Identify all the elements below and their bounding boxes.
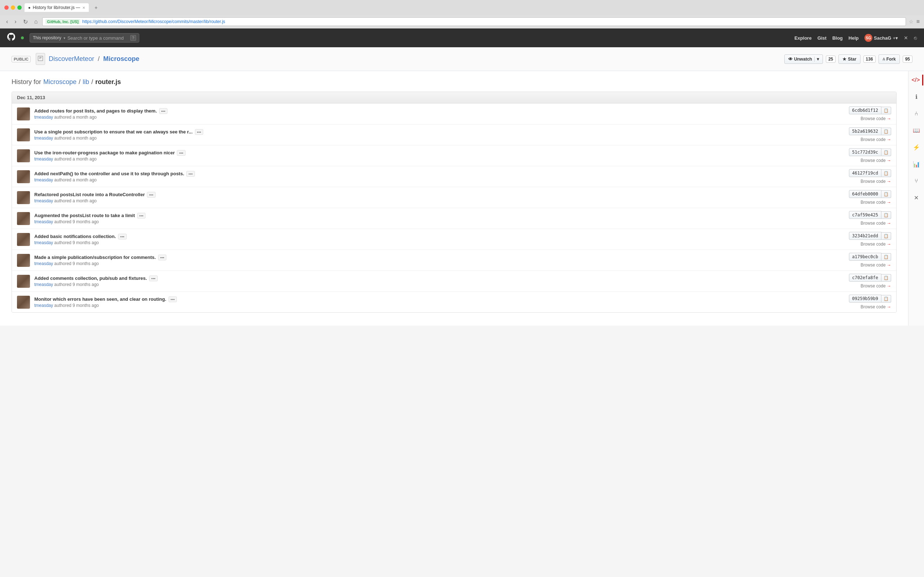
commit-message-text[interactable]: Made a simple publication/subscription f… (34, 255, 156, 260)
nav-blog[interactable]: Blog (832, 35, 843, 41)
commit-author[interactable]: tmeasday (34, 177, 53, 182)
address-bar[interactable]: GitHub, Inc. [US] https://github.com/Dis… (42, 17, 906, 26)
commit-sha-link[interactable]: 51c772d39c (849, 148, 881, 156)
commit-sha-link[interactable]: c702efa8fe (849, 274, 881, 282)
commit-message-text[interactable]: Added comments collection, pub/sub and f… (34, 276, 147, 281)
star-button[interactable]: ★ Star (838, 55, 860, 64)
reload-button[interactable]: ↻ (21, 18, 30, 26)
nav-gist[interactable]: Gist (817, 35, 827, 41)
search-container[interactable]: This repository ▾ ? (30, 33, 139, 43)
sidebar-code-icon[interactable]: </> (909, 75, 923, 85)
forward-button[interactable]: › (13, 18, 18, 26)
sidebar-branch-icon[interactable]: ⑂ (913, 176, 921, 187)
commit-message-ellipsis[interactable]: ••• (177, 150, 186, 156)
commit-author[interactable]: tmeasday (34, 303, 53, 308)
commit-author[interactable]: tmeasday (34, 282, 53, 287)
signout-icon[interactable]: ⎋ (914, 35, 917, 41)
copy-sha-button[interactable]: 📋 (881, 253, 891, 261)
browser-menu-button[interactable]: ≡ (916, 18, 920, 25)
dropdown-arrow-icon[interactable]: ▾ (814, 56, 819, 62)
sidebar-graph-icon[interactable]: 📊 (911, 159, 922, 170)
commit-author[interactable]: tmeasday (34, 261, 53, 266)
copy-sha-button[interactable]: 📋 (881, 232, 891, 240)
commit-message-ellipsis[interactable]: ••• (149, 276, 158, 281)
commit-sha-link[interactable]: 64dfeb0000 (849, 190, 881, 198)
unwatch-button[interactable]: 👁 Unwatch ▾ (784, 55, 823, 64)
browse-code-link[interactable]: Browse code → (861, 179, 891, 184)
commit-author[interactable]: tmeasday (34, 198, 53, 203)
nav-help[interactable]: Help (848, 35, 859, 41)
bookmark-button[interactable]: ☆ (909, 19, 914, 24)
sidebar-book-icon[interactable]: 📖 (911, 125, 922, 136)
nav-explore[interactable]: Explore (795, 35, 812, 41)
copy-sha-button[interactable]: 📋 (881, 274, 891, 282)
commit-author[interactable]: tmeasday (34, 156, 53, 161)
browse-code-link[interactable]: Browse code → (861, 200, 891, 205)
browser-tab[interactable]: ● History for lib/router.js — ✕ (24, 3, 89, 12)
commit-sha-link[interactable]: 5b2a619632 (849, 127, 881, 135)
settings-icon[interactable]: ✕ (904, 35, 908, 41)
commit-sha-link[interactable]: a179bec0cb (849, 253, 881, 261)
search-scope-dropdown-icon[interactable]: ▾ (63, 36, 65, 40)
copy-sha-button[interactable]: 📋 (881, 107, 891, 114)
commit-author[interactable]: tmeasday (34, 135, 53, 141)
commit-message-ellipsis[interactable]: ••• (118, 234, 127, 239)
fork-button[interactable]: ⑃ Fork (879, 55, 900, 64)
sidebar-settings-icon[interactable]: ✕ (912, 192, 921, 203)
copy-sha-button[interactable]: 📋 (881, 148, 891, 156)
commit-message-ellipsis[interactable]: ••• (158, 255, 167, 260)
close-button[interactable] (4, 5, 9, 10)
repo-owner-link[interactable]: DiscoverMeteor (49, 55, 94, 63)
commit-message-text[interactable]: Added basic notifications collection. (34, 234, 116, 239)
copy-sha-button[interactable]: 📋 (881, 190, 891, 198)
commit-message-text[interactable]: Refactored postsList route into a RouteC… (34, 192, 145, 197)
browse-code-link[interactable]: Browse code → (861, 263, 891, 268)
copy-sha-button[interactable]: 📋 (881, 128, 891, 135)
username-label[interactable]: SachaG (874, 35, 891, 41)
tab-close-icon[interactable]: ✕ (82, 6, 85, 10)
commit-message-ellipsis[interactable]: ••• (147, 192, 155, 198)
browse-code-link[interactable]: Browse code → (861, 158, 891, 163)
home-button[interactable]: ⌂ (32, 18, 40, 26)
commit-message-text[interactable]: Monitor which errors have been seen, and… (34, 297, 166, 302)
commit-sha-link[interactable]: 46127f19cd (849, 169, 881, 177)
repo-name-link[interactable]: Microscope (103, 55, 139, 63)
search-input[interactable] (68, 35, 128, 41)
commit-message-text[interactable]: Augmented the postsList route to take a … (34, 213, 135, 218)
browse-code-link[interactable]: Browse code → (861, 305, 891, 309)
minimize-button[interactable] (11, 5, 15, 10)
commit-sha-link[interactable]: c7af59e425 (849, 211, 881, 219)
commit-message-ellipsis[interactable]: ••• (186, 171, 195, 177)
sidebar-pulse-icon[interactable]: ⚡ (911, 142, 922, 153)
user-menu[interactable]: SG SachaG +▾ (864, 34, 898, 42)
sidebar-pullrequest-icon[interactable]: ⑃ (913, 108, 921, 119)
commit-sha-link[interactable]: 09259b59b9 (849, 295, 881, 303)
browse-code-link[interactable]: Browse code → (861, 221, 891, 226)
copy-sha-button[interactable]: 📋 (881, 211, 891, 219)
copy-sha-button[interactable]: 📋 (881, 169, 891, 177)
commit-sha-link[interactable]: 6cdb6d1f12 (849, 106, 881, 114)
search-help-icon[interactable]: ? (130, 35, 136, 41)
commit-sha-link[interactable]: 3234b21edd (849, 232, 881, 240)
create-new-icon[interactable]: +▾ (893, 35, 898, 41)
commit-author[interactable]: tmeasday (34, 115, 53, 120)
commit-message-ellipsis[interactable]: ••• (159, 108, 168, 114)
commit-message-ellipsis[interactable]: ••• (137, 213, 146, 219)
commit-message-text[interactable]: Use the iron-router-progress package to … (34, 150, 175, 155)
commit-message-ellipsis[interactable]: ••• (168, 297, 177, 302)
maximize-button[interactable] (17, 5, 22, 10)
history-repo-link[interactable]: Microscope (43, 78, 76, 86)
browse-code-link[interactable]: Browse code → (861, 284, 891, 288)
commit-message-text[interactable]: Added nextPath() to the controller and u… (34, 171, 184, 176)
new-tab-button[interactable]: + (92, 3, 100, 12)
browse-code-link[interactable]: Browse code → (861, 116, 891, 121)
github-logo[interactable] (7, 33, 15, 43)
commit-author[interactable]: tmeasday (34, 219, 53, 224)
history-lib-link[interactable]: lib (82, 78, 89, 86)
browse-code-link[interactable]: Browse code → (861, 242, 891, 247)
back-button[interactable]: ‹ (4, 18, 10, 26)
browse-code-link[interactable]: Browse code → (861, 137, 891, 142)
copy-sha-button[interactable]: 📋 (881, 295, 891, 303)
commit-message-ellipsis[interactable]: ••• (195, 129, 204, 135)
commit-message-text[interactable]: Use a single post subscription to ensure… (34, 129, 193, 134)
